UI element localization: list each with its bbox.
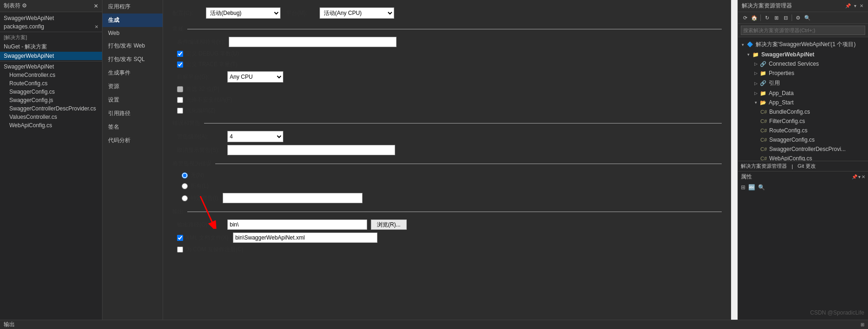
conditional-symbol-input[interactable] [229,37,396,47]
com-register-checkbox[interactable] [177,247,183,253]
pin-icon[interactable]: 📌 [844,3,852,8]
content-scrollbar[interactable] [731,0,738,320]
treat-warnings-section-divider: 将警告视为错误 [172,160,722,168]
left-sub-valuescontroller[interactable]: ValuesController.cs [0,113,102,121]
define-trace-checkbox[interactable] [177,62,183,68]
nav-build-events[interactable]: 生成事件 [103,66,163,80]
nav-signing[interactable]: 签名 [103,120,163,134]
output-path-input[interactable] [227,219,367,230]
nav-code-analysis[interactable]: 代码分析 [103,134,163,147]
left-sub-swaggerconfig[interactable]: SwaggerConfig.cs [0,88,102,96]
close-props-icon[interactable]: ✕ [861,174,865,179]
tree-swaggerconfig-appstart[interactable]: C# SwaggerConfig.cs [738,135,868,144]
left-item-nuget[interactable]: NuGet - 解决方案 [0,42,102,52]
allow-unsafe-checkbox[interactable] [177,97,183,103]
optimize-label: 优化编码(Z) [186,107,215,115]
solution-explorer-link[interactable]: 解决方案资源管理器 [741,163,787,170]
toolbar-sync-icon[interactable]: ⟳ [741,14,749,22]
tree-webapiconfig-appstart[interactable]: C# WebApiConfig.cs [738,154,868,161]
warning-none-radio[interactable] [182,172,188,178]
optimize-checkbox[interactable] [177,108,183,114]
browse-button[interactable]: 浏览(R)... [371,219,407,230]
left-item-packages[interactable]: packages.config [4,23,44,30]
nav-application[interactable]: 应用程序 [103,0,163,14]
platform-label: 平台(M): [286,9,314,17]
tree-connected-services[interactable]: ▷ 🔗 Connected Services [738,59,868,69]
resize-icon[interactable]: ⊞ [861,322,864,327]
left-sub-homecontroller[interactable]: HomeController.cs [0,71,102,79]
left-sub-webapiconfig[interactable]: WebApiConfig.cs [0,121,102,130]
tree-references[interactable]: ▷ 🔗 引用 [738,78,868,89]
warning-all-row: 所有(L) [172,182,722,190]
left-item-swagger-selected[interactable]: SwaggerWebApiNet [0,52,102,60]
warning-none-label: 无(N) [191,171,204,179]
close-left-icon[interactable]: ✕ [94,3,98,9]
toolbar-home-icon[interactable]: 🏠 [750,14,759,22]
solution-explorer-title: 解决方案资源管理器 [742,2,792,10]
left-sub-routeconfig[interactable]: RouteConfig.cs [0,79,102,88]
nav-web[interactable]: Web [103,27,163,39]
nav-ref-path[interactable]: 引用路径 [103,107,163,120]
tree-properties[interactable]: ▷ 📁 Properties [738,69,868,78]
target-platform-dropdown[interactable]: Any CPU [227,71,283,82]
arrow-down2-icon[interactable]: ▾ [858,174,861,179]
config-label: 配置(C): [172,9,200,17]
close-right-icon[interactable]: ✕ [859,3,864,8]
swaggerconfig-appstart-icon: C# [760,137,767,143]
explorer-toolbar: ⟳ 🏠 ↻ ⊞ ⊟ ⚙ 🔍 [738,12,868,24]
packages-close-icon[interactable]: ✕ [95,24,98,29]
warning-specific-input[interactable] [223,193,362,203]
xml-doc-input[interactable] [233,233,377,243]
tree-appstart[interactable]: ▾ 📂 App_Start [738,98,868,107]
nav-resources[interactable]: 资源 [103,80,163,93]
search-box [738,24,868,37]
search-input[interactable] [741,26,865,35]
tree-bundleconfig[interactable]: C# BundleConfig.cs [738,107,868,117]
swaggerconfig-appstart-label: SwaggerConfig.cs [769,137,814,143]
warning-level-dropdown[interactable]: 4 [227,131,283,142]
warning-level-label: 警告级别(A): [177,133,224,141]
tree-routeconfig-appstart[interactable]: C# RouteConfig.cs [738,126,868,135]
target-platform-row: 目标平台(G): Any CPU [172,71,722,82]
nav-settings[interactable]: 设置 [103,93,163,107]
xml-doc-checkbox[interactable] [177,235,183,241]
props-sort-icon[interactable]: 🔤 [748,184,755,191]
tree-swaggercontrollerdesc[interactable]: C# SwaggerControllerDescProvi... [738,144,868,154]
toolbar-search-icon[interactable]: 🔍 [803,14,812,22]
nav-package-web[interactable]: 打包/发布 Web [103,39,163,53]
solution-explorer-header: 解决方案资源管理器 📌 ▾ ✕ [738,0,868,12]
suppress-warnings-input[interactable] [227,145,395,155]
warning-specific-label: 特定警告(I): [191,194,220,202]
pin-down-icon[interactable]: 📌 [852,174,857,179]
xml-doc-row: XML 文档文件(X): [172,233,722,243]
tree-filterconfig[interactable]: C# FilterConfig.cs [738,117,868,126]
output-bar: 输出 ⊞ [0,320,868,329]
tree-appdata[interactable]: ▷ 📁 App_Data [738,89,868,98]
git-changes-link[interactable]: Git 更改 [798,163,816,170]
nav-package-sql[interactable]: 打包/发布 SQL [103,53,163,66]
config-dropdown[interactable]: 活动(Debug) [206,7,280,19]
toolbar-collapse-icon[interactable]: ⊟ [781,14,790,22]
toolbar-expand-icon[interactable]: ⊞ [772,14,780,22]
warning-all-radio[interactable] [182,183,188,189]
toolbar-refresh-icon[interactable]: ↻ [763,14,771,22]
left-sub-swagger[interactable]: SwaggerWebApiNet [0,62,102,71]
prefer32-checkbox[interactable] [177,86,183,92]
warning-specific-radio[interactable] [182,195,188,201]
tree-solution-root[interactable]: ▾ 🔷 解决方案'SwaggerWebApiNet'(1 个项目) [738,39,868,50]
left-sub-swaggercontroller[interactable]: SwaggerControllerDescProvider.cs [0,104,102,113]
define-debug-checkbox[interactable] [177,51,183,57]
left-sub-swaggerconfigjs[interactable]: SwaggerConfig.js [0,96,102,104]
left-item-swagger[interactable]: SwaggerWebApiNet [0,14,102,22]
props-grid-icon[interactable]: ⊞ [741,184,745,191]
solution-label: 解决方案'SwaggerWebApiNet'(1 个项目) [756,41,855,48]
platform-dropdown[interactable]: 活动(Any CPU) [320,7,394,19]
webapiconfig-appstart-label: WebApiConfig.cs [769,155,812,161]
tree-project-root[interactable]: ▾ 📁 SwaggerWebApiNet [738,50,868,59]
props-filter-icon[interactable]: 🔍 [758,184,765,191]
nav-build[interactable]: 生成 [103,14,163,27]
watermark-text: CSDN @SporadicLife [810,309,864,316]
arrow-down-icon[interactable]: ▾ [853,3,857,8]
connected-services-icon: 🔗 [760,61,766,67]
toolbar-settings-icon[interactable]: ⚙ [794,14,802,22]
